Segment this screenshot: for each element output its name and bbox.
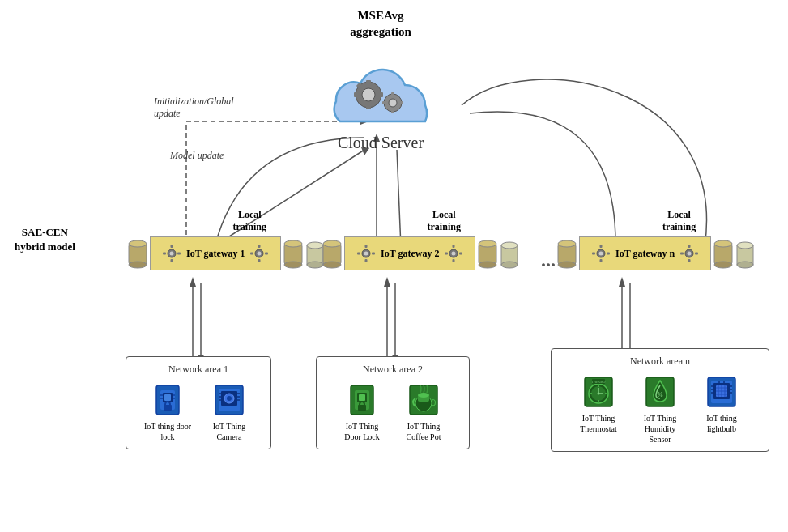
svg-rect-49 [258,259,261,262]
svg-rect-91 [688,259,691,262]
network-area-1: Network area 1 IoT thin [126,356,271,449]
arean-item3-label: IoT thing lightbulb [697,413,746,434]
arean-items: THERMO IoT Thing Thermostat % IoT Thing … [561,374,759,445]
svg-rect-33 [382,101,385,104]
svg-rect-35 [391,92,394,96]
arean-item1-label: IoT Thing Thermostat [574,413,623,434]
svg-point-113 [227,396,232,401]
area2-items: IoT Thing Door Lock [326,382,459,442]
gw1-gear-left [162,244,181,263]
area1-items: IoT thing door lock I [136,382,261,442]
svg-rect-42 [171,245,173,248]
gwn-gear-right [679,244,699,263]
svg-rect-26 [354,92,359,97]
svg-rect-84 [600,245,603,248]
arean-title: Network area n [561,355,759,368]
iot-item-camera-1: IoT Thing Camera [205,382,253,442]
gateway-1-label: Localtraining [233,209,266,233]
gateway-1-box: IoT gateway 1 [150,236,281,270]
diagram: MSEAvg aggregation [0,0,788,532]
door-lock-icon-2 [344,382,380,418]
gateway-n-box: IoT gateway n [579,236,711,270]
iot-item-humidity-n: % IoT Thing Humidity Sensor [636,374,684,445]
svg-rect-108 [164,405,172,411]
cloud-icon [308,45,454,134]
svg-rect-87 [607,253,610,255]
area2-title: Network area 2 [326,364,459,376]
arean-item2-label: IoT Thing Humidity Sensor [636,413,684,445]
network-area-2: Network area 2 IoT Thing Door Lock [316,356,470,449]
gw2-db [500,237,519,270]
gateway-2-area: Localtraining IoT gateway 2 [320,209,519,270]
svg-rect-103 [164,394,171,401]
svg-point-62 [364,252,368,256]
svg-rect-124 [358,405,366,411]
svg-point-59 [323,240,341,247]
svg-rect-66 [372,253,375,255]
svg-rect-29 [366,104,371,109]
svg-rect-64 [365,259,368,262]
svg-marker-22 [619,277,625,287]
svg-point-83 [599,252,603,256]
svg-rect-45 [177,253,181,255]
svg-text:%: % [657,391,663,398]
gw2-left-connector [320,237,344,270]
gateway-1-area: Localtraining IoT gateway 1 [126,209,325,270]
svg-marker-14 [190,277,196,287]
svg-point-98 [737,242,753,249]
annotation-model: Model update [170,150,224,162]
svg-rect-65 [357,253,360,255]
door-lock-icon-1 [150,382,185,418]
svg-rect-44 [163,253,166,255]
area1-item2-label: IoT Thing Camera [205,421,253,442]
gw1-right-connector [281,237,305,270]
svg-rect-36 [391,110,394,113]
svg-rect-63 [365,245,368,248]
svg-rect-51 [265,253,268,255]
svg-rect-28 [366,80,371,85]
area2-item1-label: IoT Thing Door Lock [338,421,386,442]
gwn-db [735,237,755,270]
lightbulb-icon-n [704,374,739,410]
area2-item2-label: IoT Thing Coffee Pot [399,421,448,442]
gw1-left-connector [126,237,150,270]
gateway-2-label: Localtraining [428,209,461,233]
svg-rect-34 [400,101,403,104]
svg-point-53 [284,240,302,247]
area1-title: Network area 1 [136,364,261,376]
svg-rect-72 [459,253,462,255]
cloud-area: MSEAvg aggregation [292,8,470,152]
svg-point-54 [284,262,302,268]
svg-point-138 [598,393,600,395]
dots-separator: ... [541,249,556,271]
cloud-label: Cloud Server [292,134,470,152]
svg-rect-85 [600,259,603,262]
svg-text:THERMO: THERMO [592,380,606,384]
gwn-right-connector [711,237,735,270]
coffee-icon-2 [406,382,441,418]
annotation-init: Initialization/Global update [154,96,234,120]
gw2-gear-right [444,244,463,263]
svg-rect-27 [378,92,383,97]
svg-rect-93 [695,253,698,255]
svg-point-77 [501,242,518,249]
iot-item-doorlock-2: IoT Thing Door Lock [338,382,386,442]
svg-point-96 [714,262,732,268]
svg-point-74 [479,240,496,247]
svg-rect-86 [592,253,595,255]
svg-point-32 [389,99,397,107]
svg-point-68 [452,252,456,256]
svg-point-89 [688,252,692,256]
gwn-gear-left [591,244,611,263]
svg-point-78 [501,262,518,268]
svg-point-95 [714,240,732,247]
sae-label: SAE-CENhybrid model [15,225,75,254]
area1-item1-label: IoT thing door lock [143,421,192,442]
svg-rect-71 [445,253,448,255]
svg-rect-50 [250,253,253,255]
gw2-gear-left [356,244,376,263]
iot-item-doorlock-1: IoT thing door lock [143,382,192,442]
svg-point-128 [418,393,429,398]
gw1-gear-right [249,244,269,263]
svg-point-81 [558,262,576,268]
